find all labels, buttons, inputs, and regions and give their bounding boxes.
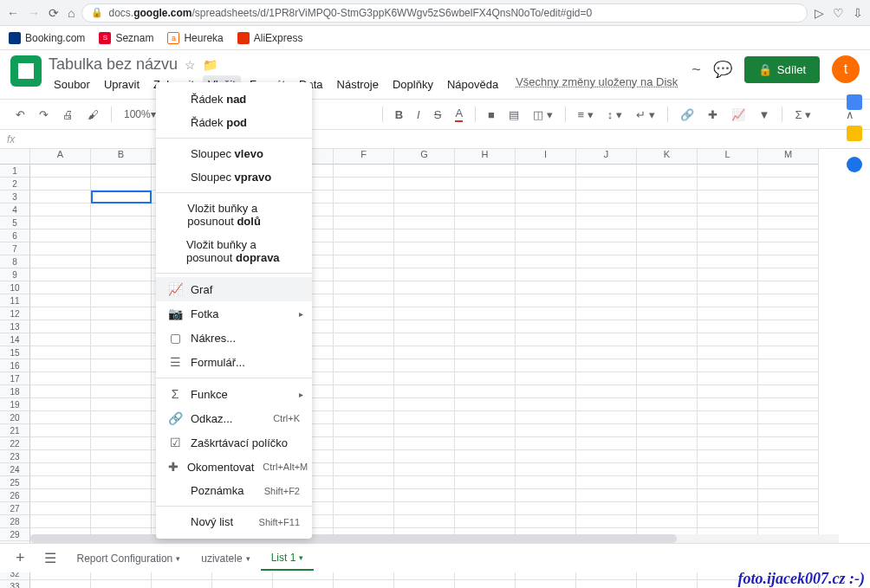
row-header[interactable]: 26 <box>0 489 30 502</box>
menu-upravit[interactable]: Upravit <box>99 75 145 94</box>
cell[interactable] <box>516 359 576 372</box>
cell[interactable] <box>334 463 394 476</box>
cell[interactable] <box>698 333 758 346</box>
cell[interactable] <box>758 515 819 528</box>
col-header-I[interactable]: I <box>516 149 576 165</box>
halign-button[interactable]: ≡ ▾ <box>573 105 599 125</box>
row-header[interactable]: 12 <box>0 307 30 320</box>
cell[interactable] <box>334 580 394 588</box>
cell[interactable] <box>455 463 516 476</box>
cell[interactable] <box>516 178 576 191</box>
cell[interactable] <box>30 398 91 411</box>
cell[interactable] <box>334 229 394 242</box>
cell[interactable] <box>637 476 698 489</box>
cell[interactable] <box>394 580 455 588</box>
col-header-B[interactable]: B <box>91 149 152 165</box>
cell[interactable] <box>698 294 758 307</box>
cell[interactable] <box>394 385 455 398</box>
cell[interactable] <box>576 489 637 502</box>
col-header-J[interactable]: J <box>576 149 637 165</box>
cell[interactable] <box>576 216 637 229</box>
cell[interactable] <box>516 515 576 528</box>
cell[interactable] <box>516 385 576 398</box>
cell[interactable] <box>334 489 394 502</box>
cell[interactable] <box>637 424 698 437</box>
row-header[interactable]: 3 <box>0 191 30 204</box>
cell[interactable] <box>698 307 758 320</box>
cell[interactable] <box>30 178 91 191</box>
cell[interactable] <box>30 411 91 424</box>
cell[interactable] <box>758 489 819 502</box>
undo-button[interactable]: ↶ <box>10 105 30 125</box>
doc-title[interactable]: Tabulka bez názvu <box>49 55 178 74</box>
cell[interactable] <box>637 372 698 385</box>
print-button[interactable]: 🖨 <box>57 105 79 125</box>
cell[interactable] <box>30 216 91 229</box>
all-sheets-button[interactable]: ☰ <box>37 550 63 566</box>
cell[interactable] <box>455 437 516 450</box>
cell[interactable] <box>30 372 91 385</box>
cell[interactable] <box>516 437 576 450</box>
cell[interactable] <box>758 333 819 346</box>
cell[interactable] <box>698 424 758 437</box>
cell[interactable] <box>698 450 758 463</box>
cell[interactable] <box>516 450 576 463</box>
cell[interactable] <box>91 502 152 515</box>
cell[interactable] <box>516 268 576 281</box>
cell[interactable] <box>516 294 576 307</box>
cell[interactable] <box>30 476 91 489</box>
cell[interactable] <box>30 346 91 359</box>
cell[interactable] <box>334 450 394 463</box>
col-header-M[interactable]: M <box>758 149 819 165</box>
cell[interactable] <box>637 320 698 333</box>
reload-icon[interactable]: ⟳ <box>49 6 59 20</box>
cell[interactable] <box>516 281 576 294</box>
cell[interactable] <box>576 359 637 372</box>
col-header-K[interactable]: K <box>637 149 698 165</box>
cell[interactable] <box>576 450 637 463</box>
cell[interactable] <box>516 580 576 588</box>
row-header[interactable]: 29 <box>0 528 30 541</box>
url-bar[interactable]: 🔒 docs.google.com/spreadsheets/d/1PR8rVi… <box>81 3 808 23</box>
cell[interactable] <box>30 489 91 502</box>
cell[interactable] <box>91 437 152 450</box>
cell[interactable] <box>758 229 819 242</box>
cell[interactable] <box>30 424 91 437</box>
cell[interactable] <box>394 178 455 191</box>
cell[interactable] <box>334 385 394 398</box>
bookmark-booking[interactable]: Booking.com <box>9 32 85 44</box>
cell[interactable] <box>394 437 455 450</box>
cell[interactable] <box>334 333 394 346</box>
sheet-tab[interactable]: uzivatele ▾ <box>191 546 260 571</box>
cell[interactable] <box>455 476 516 489</box>
cell[interactable] <box>516 424 576 437</box>
cell[interactable] <box>637 398 698 411</box>
cell[interactable] <box>30 294 91 307</box>
cell[interactable] <box>91 372 152 385</box>
cell[interactable] <box>516 229 576 242</box>
cell[interactable] <box>455 450 516 463</box>
forward-icon[interactable]: → <box>28 6 40 20</box>
cell[interactable] <box>758 437 819 450</box>
row-header[interactable]: 24 <box>0 463 30 476</box>
row-header[interactable]: 7 <box>0 242 30 255</box>
cell[interactable] <box>758 385 819 398</box>
cell[interactable] <box>91 165 152 178</box>
row-header[interactable]: 28 <box>0 515 30 528</box>
cell[interactable] <box>698 216 758 229</box>
menu-nápověda[interactable]: Nápověda <box>442 75 503 94</box>
cell[interactable] <box>91 320 152 333</box>
cell[interactable] <box>698 204 758 216</box>
heart-icon[interactable]: ♡ <box>833 6 844 20</box>
cell[interactable] <box>637 502 698 515</box>
cell[interactable] <box>394 294 455 307</box>
cell[interactable] <box>91 411 152 424</box>
cell[interactable] <box>394 204 455 216</box>
fill-color-button[interactable]: ■ <box>483 105 500 125</box>
cell[interactable] <box>758 216 819 229</box>
menu-doplňky[interactable]: Doplňky <box>387 75 438 94</box>
cell[interactable] <box>91 229 152 242</box>
cell[interactable] <box>30 255 91 268</box>
cell[interactable] <box>637 346 698 359</box>
row-header[interactable]: 21 <box>0 424 30 437</box>
